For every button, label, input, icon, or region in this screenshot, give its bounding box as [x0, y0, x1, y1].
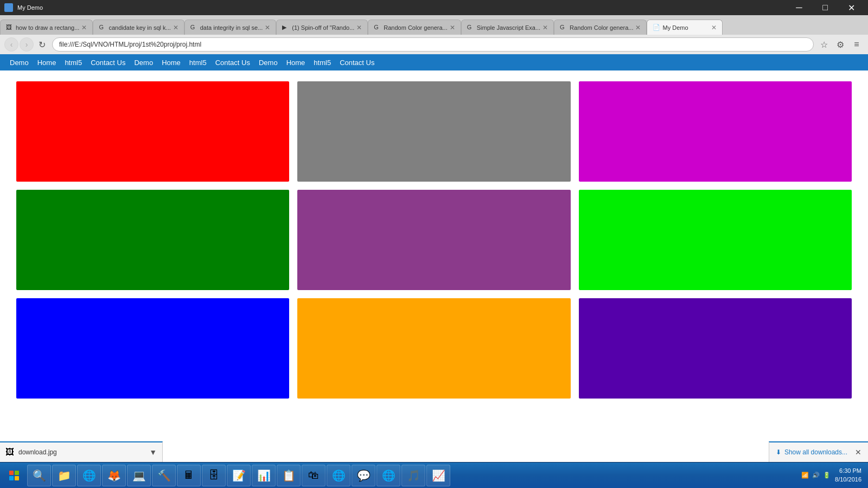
tab-label-1: how to draw a rectang... — [16, 24, 79, 31]
taskbar-app-file-explorer[interactable]: 📁 — [52, 465, 76, 486]
show-all-downloads-button[interactable]: ⬇ Show all downloads... ✕ — [769, 441, 868, 462]
nav-item-1[interactable]: Demo — [5, 59, 33, 67]
color-box-purple-medium — [297, 190, 570, 290]
color-box-gray — [297, 81, 570, 182]
taskbar-right: 📶 🔊 🔋 6:30 PM8/10/2016 — [801, 467, 866, 484]
address-bar-row: ‹ › ↻ ☆ ⚙ ≡ — [0, 35, 868, 54]
tab-label-6: Simple Javascript Exa... — [477, 24, 540, 31]
tab-close-5[interactable]: ✕ — [450, 24, 455, 31]
tab-close-8[interactable]: ✕ — [711, 24, 717, 31]
tab-close-4[interactable]: ✕ — [356, 24, 362, 31]
maximize-button[interactable]: □ — [813, 0, 838, 15]
taskbar-app-taskmanager[interactable]: 📋 — [277, 465, 301, 486]
browser-tab-1[interactable]: 🖼 how to draw a rectang... ✕ — [0, 20, 93, 35]
close-button[interactable]: ✕ — [839, 0, 864, 15]
color-box-magenta — [579, 81, 852, 182]
browser-tab-6[interactable]: G Simple Javascript Exa... ✕ — [461, 20, 554, 35]
browser-tab-3[interactable]: G data integrity in sql se... ✕ — [184, 20, 277, 35]
browser-tab-7[interactable]: G Random Color genera... ✕ — [554, 20, 647, 35]
address-bar-input[interactable] — [52, 37, 814, 52]
browser-icon — [4, 3, 13, 12]
download-bar-close[interactable]: ✕ — [855, 448, 861, 457]
forward-button[interactable]: › — [20, 37, 34, 52]
taskbar-app-word[interactable]: 📝 — [227, 465, 251, 486]
minimize-button[interactable]: ─ — [787, 0, 812, 15]
color-box-red — [16, 81, 289, 182]
nav-item-3[interactable]: html5 — [60, 59, 86, 67]
start-button[interactable] — [2, 465, 26, 486]
tab-favicon-5: G — [374, 24, 381, 31]
nav-item-9[interactable]: Demo — [254, 59, 282, 67]
taskbar-app-calculator[interactable]: 🖩 — [177, 465, 201, 486]
reload-button[interactable]: ↻ — [35, 37, 49, 52]
nav-item-11[interactable]: html5 — [309, 59, 335, 67]
taskbar: 🔍📁🌐🦊💻🔨🖩🗄📝📊📋🛍🌐💬🌐🎵📈 📶 🔊 🔋 6:30 PM8/10/2016 — [0, 462, 868, 488]
window-controls: ─ □ ✕ — [787, 0, 864, 15]
download-filename: download.jpg — [18, 448, 145, 456]
main-content — [0, 70, 868, 409]
star-button[interactable]: ☆ — [817, 37, 831, 52]
tab-close-3[interactable]: ✕ — [265, 24, 270, 31]
taskbar-app-vlc[interactable]: 🎵 — [401, 465, 425, 486]
tab-bar: 🖼 how to draw a rectang... ✕ G candidate… — [0, 15, 868, 35]
nav-item-5[interactable]: Demo — [130, 59, 157, 67]
taskbar-app-store[interactable]: 🛍 — [302, 465, 326, 486]
taskbar-app-powerpoint[interactable]: 📊 — [252, 465, 276, 486]
tab-label-7: Random Color genera... — [570, 24, 633, 31]
tab-favicon-2: G — [99, 24, 106, 31]
nav-item-4[interactable]: Contact Us — [86, 59, 130, 67]
taskbar-app-chrome[interactable]: 🌐 — [327, 465, 350, 486]
nav-item-6[interactable]: Home — [157, 59, 185, 67]
nav-item-10[interactable]: Home — [282, 59, 310, 67]
color-box-green — [16, 190, 289, 290]
tab-favicon-6: G — [467, 24, 475, 31]
taskbar-app-skype[interactable]: 💬 — [352, 465, 375, 486]
tab-close-7[interactable]: ✕ — [635, 24, 641, 31]
site-nav: DemoHomehtml5Contact UsDemoHomehtml5Cont… — [0, 54, 868, 70]
nav-item-8[interactable]: Contact Us — [211, 59, 254, 67]
taskbar-app-internet-explorer[interactable]: 🌐 — [77, 465, 101, 486]
taskbar-left: 🔍📁🌐🦊💻🔨🖩🗄📝📊📋🛍🌐💬🌐🎵📈 — [2, 465, 450, 486]
taskbar-app-sql-manager[interactable]: 🗄 — [202, 465, 226, 486]
tab-favicon-4: ▶ — [282, 24, 290, 31]
color-box-blue — [16, 298, 289, 399]
taskbar-app-chrome2[interactable]: 🌐 — [376, 465, 400, 486]
nav-item-2[interactable]: Home — [33, 59, 61, 67]
tab-favicon-8: 📄 — [653, 24, 660, 31]
download-file-icon: 🖼 — [5, 447, 14, 457]
taskbar-app-stockapp[interactable]: 📈 — [426, 465, 450, 486]
download-dropdown-button[interactable]: ▼ — [149, 448, 157, 457]
color-box-lime — [579, 190, 852, 290]
download-bar: 🖼 download.jpg ▼ — [0, 441, 163, 462]
tab-close-1[interactable]: ✕ — [81, 24, 87, 31]
nav-buttons: ‹ › ↻ — [4, 37, 49, 52]
back-button[interactable]: ‹ — [4, 37, 18, 52]
taskbar-app-firefox[interactable]: 🦊 — [102, 465, 126, 486]
taskbar-app-visual-studio[interactable]: 💻 — [127, 465, 151, 486]
nav-item-7[interactable]: html5 — [185, 59, 211, 67]
tab-close-6[interactable]: ✕ — [542, 24, 548, 31]
tab-label-3: data integrity in sql se... — [200, 24, 263, 31]
menu-button[interactable]: ≡ — [850, 37, 864, 52]
nav-item-12[interactable]: Contact Us — [335, 59, 379, 67]
browser-tab-2[interactable]: G candidate key in sql k... ✕ — [93, 20, 184, 35]
tab-favicon-7: G — [560, 24, 567, 31]
taskbar-app-tool[interactable]: 🔨 — [152, 465, 176, 486]
browser-actions: ☆ ⚙ ≡ — [817, 37, 864, 52]
tray-network-icon: 📶 — [801, 472, 809, 479]
browser-tab-8[interactable]: 📄 My Demo ✕ — [647, 20, 723, 35]
color-grid — [16, 81, 852, 399]
taskbar-app-search[interactable]: 🔍 — [27, 465, 51, 486]
system-clock[interactable]: 6:30 PM8/10/2016 — [835, 467, 861, 484]
tray-volume-icon: 🔊 — [812, 472, 820, 479]
tab-close-2[interactable]: ✕ — [173, 24, 178, 31]
tab-label-5: Random Color genera... — [384, 24, 447, 31]
extensions-button[interactable]: ⚙ — [833, 37, 847, 52]
browser-tab-5[interactable]: G Random Color genera... ✕ — [368, 20, 461, 35]
tray-battery-icon: 🔋 — [823, 472, 831, 479]
title-bar-left: My Demo — [4, 3, 43, 12]
color-box-orange — [297, 298, 570, 399]
tab-label-8: My Demo — [662, 24, 709, 31]
browser-tab-4[interactable]: ▶ (1) Spin-off of "Rando... ✕ — [276, 20, 368, 35]
tab-favicon-3: G — [190, 24, 198, 31]
